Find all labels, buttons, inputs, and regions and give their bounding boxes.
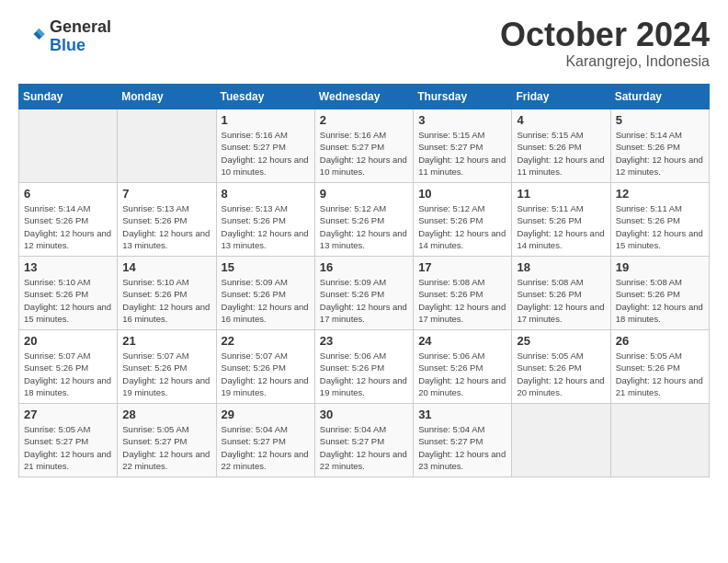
day-info: Sunrise: 5:05 AMSunset: 5:26 PMDaylight:… (517, 350, 605, 398)
calendar-cell: 15Sunrise: 5:09 AMSunset: 5:26 PMDayligh… (216, 257, 314, 330)
title-block: October 2024 Karangrejo, Indonesia (500, 18, 710, 70)
daylight-text: Daylight: 12 hours and 18 minutes. (616, 301, 704, 326)
calendar-body: 1Sunrise: 5:16 AMSunset: 5:27 PMDaylight… (19, 109, 710, 477)
daylight-text: Daylight: 12 hours and 16 minutes. (122, 301, 210, 326)
logo: General Blue (18, 18, 111, 55)
calendar-cell: 1Sunrise: 5:16 AMSunset: 5:27 PMDaylight… (216, 109, 314, 183)
calendar-week-row: 1Sunrise: 5:16 AMSunset: 5:27 PMDaylight… (19, 109, 710, 183)
day-info: Sunrise: 5:07 AMSunset: 5:26 PMDaylight:… (24, 350, 112, 398)
day-number: 17 (418, 260, 506, 274)
sunrise-text: Sunrise: 5:14 AM (616, 129, 704, 141)
calendar-cell: 16Sunrise: 5:09 AMSunset: 5:26 PMDayligh… (314, 257, 413, 330)
day-info: Sunrise: 5:13 AMSunset: 5:26 PMDaylight:… (122, 202, 210, 251)
sunset-text: Sunset: 5:26 PM (24, 288, 112, 300)
day-info: Sunrise: 5:14 AMSunset: 5:26 PMDaylight:… (24, 202, 112, 251)
calendar-cell: 14Sunrise: 5:10 AMSunset: 5:26 PMDayligh… (118, 257, 216, 330)
daylight-text: Daylight: 12 hours and 10 minutes. (222, 154, 310, 178)
day-info: Sunrise: 5:04 AMSunset: 5:27 PMDaylight:… (222, 423, 310, 472)
sunset-text: Sunset: 5:26 PM (418, 362, 506, 373)
day-info: Sunrise: 5:07 AMSunset: 5:26 PMDaylight:… (222, 350, 310, 398)
day-number: 8 (222, 187, 310, 201)
sunset-text: Sunset: 5:26 PM (222, 214, 310, 226)
day-number: 20 (24, 334, 112, 348)
calendar-cell (610, 404, 709, 477)
day-info: Sunrise: 5:12 AMSunset: 5:26 PMDaylight:… (320, 202, 408, 251)
sunrise-text: Sunrise: 5:04 AM (320, 423, 408, 435)
sunrise-text: Sunrise: 5:10 AM (122, 276, 210, 288)
day-info: Sunrise: 5:10 AMSunset: 5:26 PMDaylight:… (122, 276, 210, 325)
sunrise-text: Sunrise: 5:11 AM (616, 202, 704, 214)
sunset-text: Sunset: 5:26 PM (24, 362, 112, 373)
sunset-text: Sunset: 5:26 PM (320, 362, 408, 373)
page-container: General Blue October 2024 Karangrejo, In… (0, 0, 728, 487)
day-number: 15 (222, 260, 310, 274)
sunrise-text: Sunrise: 5:12 AM (418, 202, 506, 214)
sunset-text: Sunset: 5:26 PM (320, 214, 408, 226)
calendar-cell: 27Sunrise: 5:05 AMSunset: 5:27 PMDayligh… (19, 404, 118, 477)
sunrise-text: Sunrise: 5:08 AM (418, 276, 506, 288)
calendar-cell: 12Sunrise: 5:11 AMSunset: 5:26 PMDayligh… (610, 183, 709, 257)
day-info: Sunrise: 5:10 AMSunset: 5:26 PMDaylight:… (24, 276, 112, 325)
day-info: Sunrise: 5:05 AMSunset: 5:27 PMDaylight:… (122, 423, 210, 472)
day-number: 18 (517, 260, 605, 274)
day-number: 31 (418, 408, 506, 421)
sunrise-text: Sunrise: 5:16 AM (222, 129, 310, 141)
sunset-text: Sunset: 5:27 PM (320, 141, 408, 153)
sunrise-text: Sunrise: 5:05 AM (24, 423, 112, 435)
sunset-text: Sunset: 5:27 PM (222, 141, 310, 153)
calendar-cell: 30Sunrise: 5:04 AMSunset: 5:27 PMDayligh… (314, 404, 413, 477)
day-number: 25 (517, 334, 605, 348)
calendar-cell: 5Sunrise: 5:14 AMSunset: 5:26 PMDaylight… (610, 109, 709, 183)
day-number: 19 (616, 260, 704, 274)
daylight-text: Daylight: 12 hours and 13 minutes. (122, 227, 210, 252)
sunset-text: Sunset: 5:26 PM (616, 288, 704, 300)
calendar-cell: 11Sunrise: 5:11 AMSunset: 5:26 PMDayligh… (512, 183, 610, 257)
day-info: Sunrise: 5:09 AMSunset: 5:26 PMDaylight:… (320, 276, 408, 325)
sunrise-text: Sunrise: 5:14 AM (24, 202, 112, 214)
day-number: 21 (122, 334, 210, 348)
day-info: Sunrise: 5:06 AMSunset: 5:26 PMDaylight:… (418, 350, 506, 398)
sunrise-text: Sunrise: 5:16 AM (320, 129, 408, 141)
day-info: Sunrise: 5:11 AMSunset: 5:26 PMDaylight:… (517, 202, 605, 251)
day-number: 13 (24, 260, 112, 274)
daylight-text: Daylight: 12 hours and 20 minutes. (418, 374, 506, 399)
calendar-cell: 7Sunrise: 5:13 AMSunset: 5:26 PMDaylight… (118, 183, 216, 257)
calendar-cell (19, 109, 118, 183)
day-number: 7 (122, 187, 210, 201)
header-wednesday: Wednesday (314, 85, 413, 109)
month-title: October 2024 (500, 18, 710, 52)
daylight-text: Daylight: 12 hours and 20 minutes. (517, 374, 605, 399)
sunrise-text: Sunrise: 5:04 AM (418, 423, 506, 435)
calendar-header: Sunday Monday Tuesday Wednesday Thursday… (19, 85, 710, 109)
sunset-text: Sunset: 5:27 PM (122, 435, 210, 447)
day-info: Sunrise: 5:07 AMSunset: 5:26 PMDaylight:… (122, 350, 210, 398)
sunrise-text: Sunrise: 5:05 AM (122, 423, 210, 435)
sunset-text: Sunset: 5:26 PM (122, 288, 210, 300)
daylight-text: Daylight: 12 hours and 12 minutes. (24, 227, 112, 252)
calendar-cell: 21Sunrise: 5:07 AMSunset: 5:26 PMDayligh… (118, 330, 216, 404)
daylight-text: Daylight: 12 hours and 18 minutes. (24, 374, 112, 399)
day-info: Sunrise: 5:14 AMSunset: 5:26 PMDaylight:… (616, 129, 704, 178)
day-number: 6 (24, 187, 112, 201)
calendar-week-row: 27Sunrise: 5:05 AMSunset: 5:27 PMDayligh… (19, 404, 710, 477)
sunrise-text: Sunrise: 5:13 AM (122, 202, 210, 214)
calendar-week-row: 13Sunrise: 5:10 AMSunset: 5:26 PMDayligh… (19, 257, 710, 330)
sunrise-text: Sunrise: 5:07 AM (222, 350, 310, 362)
day-info: Sunrise: 5:12 AMSunset: 5:26 PMDaylight:… (418, 202, 506, 251)
sunset-text: Sunset: 5:26 PM (418, 214, 506, 226)
logo-blue-text: Blue (50, 36, 85, 54)
daylight-text: Daylight: 12 hours and 13 minutes. (222, 227, 310, 252)
calendar-cell (118, 109, 216, 183)
day-number: 30 (320, 408, 408, 421)
sunset-text: Sunset: 5:27 PM (24, 435, 112, 447)
sunset-text: Sunset: 5:26 PM (517, 214, 605, 226)
sunset-text: Sunset: 5:26 PM (418, 288, 506, 300)
calendar-cell: 19Sunrise: 5:08 AMSunset: 5:26 PMDayligh… (610, 257, 709, 330)
daylight-text: Daylight: 12 hours and 11 minutes. (418, 154, 506, 178)
day-number: 23 (320, 334, 408, 348)
day-info: Sunrise: 5:16 AMSunset: 5:27 PMDaylight:… (222, 129, 310, 178)
daylight-text: Daylight: 12 hours and 15 minutes. (616, 227, 704, 252)
calendar-cell: 28Sunrise: 5:05 AMSunset: 5:27 PMDayligh… (118, 404, 216, 477)
sunset-text: Sunset: 5:26 PM (122, 214, 210, 226)
daylight-text: Daylight: 12 hours and 11 minutes. (517, 154, 605, 178)
